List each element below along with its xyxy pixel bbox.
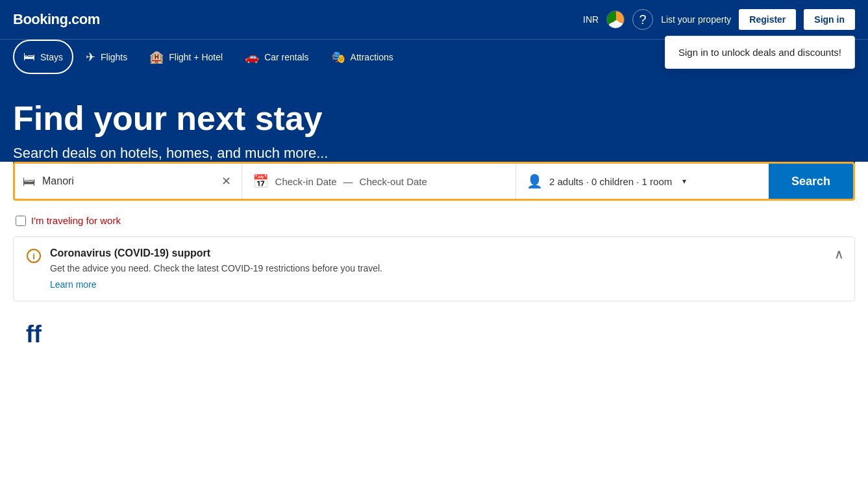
checkout-label: Check-out Date: [360, 176, 427, 187]
signin-tooltip: Sign in to unlock deals and discounts!: [665, 36, 855, 69]
help-button[interactable]: ?: [632, 9, 653, 30]
clear-destination-button[interactable]: ✕: [219, 174, 234, 188]
search-area: 🛏 ✕ 📅 Check-in Date — Check-out Date 👤 2…: [0, 162, 868, 301]
flight-hotel-icon: 🏨: [149, 50, 164, 64]
register-button[interactable]: Register: [739, 9, 796, 30]
nav-item-flights[interactable]: ✈ Flights: [76, 40, 137, 74]
work-travel-label[interactable]: I'm traveling for work: [31, 215, 121, 226]
signin-button[interactable]: Sign in: [804, 9, 855, 30]
covid-title: Coronavirus (COVID-19) support: [50, 247, 841, 259]
dates-separator: —: [343, 176, 353, 187]
hero-subtitle: Search deals on hotels, homes, and much …: [13, 145, 855, 162]
nav-label-attractions: Attractions: [351, 52, 393, 62]
covid-text: Get the advice you need. Check the lates…: [50, 263, 841, 273]
header-actions: INR ? List your property Register Sign i…: [583, 9, 855, 30]
search-bar: 🛏 ✕ 📅 Check-in Date — Check-out Date 👤 2…: [13, 162, 855, 201]
attractions-icon: 🎭: [331, 50, 345, 64]
country-flag[interactable]: [606, 10, 625, 29]
nav-label-flights: Flights: [101, 52, 127, 62]
logo: Booking.com: [13, 11, 100, 28]
guests-icon: 👤: [527, 173, 543, 189]
nav-item-stays[interactable]: 🛏 Stays: [13, 40, 73, 74]
guests-label: 2 adults · 0 children · 1 room: [549, 176, 672, 187]
covid-content: Coronavirus (COVID-19) support Get the a…: [50, 247, 841, 290]
stays-icon: 🛏: [23, 50, 35, 64]
covid-learn-more-link[interactable]: Learn more: [50, 279, 97, 290]
covid-banner: i Coronavirus (COVID-19) support Get the…: [13, 236, 855, 301]
nav-label-stays: Stays: [40, 52, 63, 62]
car-rentals-icon: 🚗: [245, 50, 259, 64]
calendar-icon: 📅: [253, 173, 269, 189]
nav-label-car-rentals: Car rentals: [264, 52, 308, 62]
flights-icon: ✈: [86, 50, 95, 64]
hero-title: Find your next stay: [13, 100, 855, 137]
nav-item-flight-hotel[interactable]: 🏨 Flight + Hotel: [140, 40, 232, 74]
destination-input[interactable]: [42, 175, 212, 187]
list-property-button[interactable]: List your property: [661, 14, 731, 25]
hero-section: Find your next stay Search deals on hote…: [0, 74, 868, 162]
nav-item-attractions[interactable]: 🎭 Attractions: [321, 40, 403, 74]
work-travel-checkbox[interactable]: [16, 216, 26, 226]
india-flag-icon: [607, 11, 625, 29]
guests-field[interactable]: 👤 2 adults · 0 children · 1 room ▾: [516, 164, 769, 199]
header: Booking.com INR ? List your property Reg…: [0, 0, 868, 39]
destination-icon: 🛏: [23, 174, 36, 189]
checkin-label: Check-in Date: [275, 176, 337, 187]
covid-close-button[interactable]: ∧: [834, 246, 844, 262]
search-button[interactable]: Search: [769, 164, 853, 199]
destination-field[interactable]: 🛏 ✕: [15, 164, 242, 199]
nav-label-flight-hotel: Flight + Hotel: [169, 52, 223, 62]
dates-field[interactable]: 📅 Check-in Date — Check-out Date: [242, 164, 516, 199]
bottom-text: ff: [13, 314, 855, 355]
main-content: ff: [0, 314, 868, 368]
currency-button[interactable]: INR: [583, 14, 599, 25]
work-travel-section: I'm traveling for work: [13, 215, 855, 226]
covid-info-icon: i: [27, 249, 41, 263]
chevron-down-icon: ▾: [682, 177, 686, 186]
nav-item-car-rentals[interactable]: 🚗 Car rentals: [235, 40, 318, 74]
